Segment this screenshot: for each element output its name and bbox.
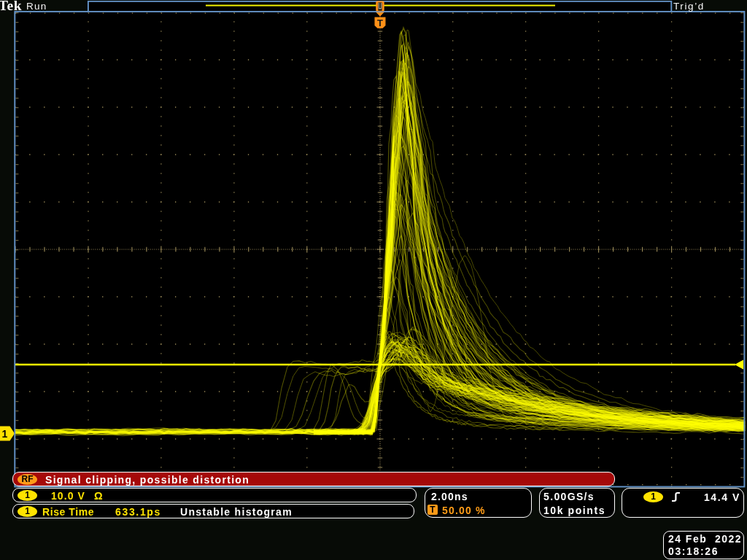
svg-text:1: 1 [2,428,8,440]
svg-text:T: T [377,18,383,28]
